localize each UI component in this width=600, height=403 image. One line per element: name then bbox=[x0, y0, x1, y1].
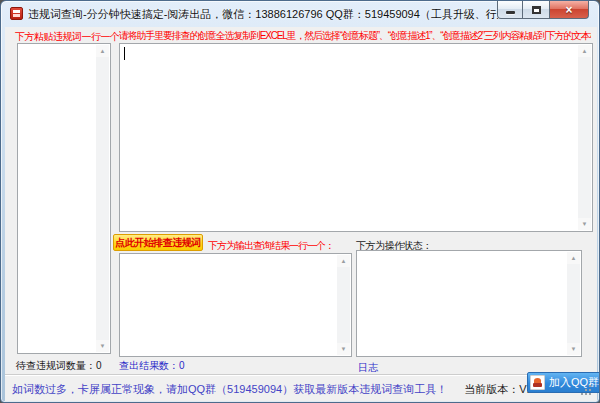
pending-count-value: 0 bbox=[96, 360, 102, 371]
scroll-down-icon[interactable]: ▼ bbox=[578, 218, 591, 230]
scroll-down-icon[interactable]: ▼ bbox=[567, 343, 580, 355]
maximize-icon bbox=[532, 6, 541, 14]
resize-grip[interactable] bbox=[589, 393, 591, 395]
join-qq-label: 加入QQ群 bbox=[549, 375, 599, 390]
log-scrollbar[interactable]: ▲ ▼ bbox=[567, 252, 580, 355]
log-label: 日志 bbox=[358, 361, 378, 375]
window-title: 违规词查询-分分钟快速搞定-阅涛出品，微信：13886126796 QQ群：51… bbox=[28, 7, 498, 22]
status-bar: 如词数过多，卡屏属正常现象，请加QQ群（519459094）获取最新版本违规词查… bbox=[5, 374, 597, 401]
scroll-up-icon[interactable]: ▲ bbox=[96, 45, 109, 57]
start-check-button[interactable]: 点此开始排查违规词 bbox=[113, 234, 203, 251]
output-results-text bbox=[122, 255, 336, 355]
scroll-up-icon[interactable]: ▲ bbox=[578, 45, 591, 57]
maximize-button[interactable] bbox=[523, 1, 549, 19]
violation-words-text bbox=[20, 45, 95, 352]
client-area: 下方粘贴违规词一行一个 请将助手里要排查的创意全选复制到EXCEL里，然后选择“… bbox=[5, 27, 597, 400]
scroll-up-icon[interactable]: ▲ bbox=[337, 255, 350, 267]
status-line: 如词数过多，卡屏属正常现象，请加QQ群（519459094）获取最新版本违规词查… bbox=[12, 382, 542, 397]
source-content-text bbox=[122, 45, 577, 230]
scroll-down-icon[interactable]: ▼ bbox=[337, 343, 350, 355]
output-results-box[interactable]: ▲ ▼ bbox=[119, 253, 352, 357]
app-icon bbox=[10, 7, 23, 20]
output-results-scrollbar[interactable]: ▲ ▼ bbox=[337, 255, 350, 355]
pending-count-label: 待查违规词数量： bbox=[16, 360, 96, 371]
minimize-icon bbox=[506, 11, 515, 14]
result-count: 查出结果数：0 bbox=[119, 359, 185, 373]
paste-words-label: 下方粘贴违规词一行一个 bbox=[15, 30, 120, 44]
app-window: 违规词查询-分分钟快速搞定-阅涛出品，微信：13886126796 QQ群：51… bbox=[0, 0, 600, 403]
scroll-down-icon[interactable]: ▼ bbox=[96, 340, 109, 352]
log-text bbox=[359, 252, 566, 355]
close-icon: × bbox=[565, 2, 572, 18]
log-box[interactable]: ▲ ▼ bbox=[356, 250, 582, 357]
join-qq-button[interactable]: 加入QQ群 bbox=[527, 372, 600, 393]
violation-words-input[interactable]: ▲ ▼ bbox=[17, 43, 111, 354]
title-bar[interactable]: 违规词查询-分分钟快速搞定-阅涛出品，微信：13886126796 QQ群：51… bbox=[1, 1, 599, 27]
pending-count: 待查违规词数量：0 bbox=[16, 359, 102, 373]
text-caret bbox=[124, 47, 125, 60]
output-results-label: 下方为输出查询结果一行一个： bbox=[208, 239, 334, 253]
source-content-scrollbar[interactable]: ▲ ▼ bbox=[578, 45, 591, 230]
start-check-label: 点此开始排查违规词 bbox=[115, 236, 201, 250]
qq-icon bbox=[530, 375, 545, 390]
status-notice: 如词数过多，卡屏属正常现象，请加QQ群（519459094）获取最新版本违规词查… bbox=[12, 383, 447, 395]
close-button[interactable]: × bbox=[549, 1, 589, 19]
scroll-up-icon[interactable]: ▲ bbox=[567, 252, 580, 264]
violation-words-scrollbar[interactable]: ▲ ▼ bbox=[96, 45, 109, 352]
source-content-input[interactable]: ▲ ▼ bbox=[119, 43, 593, 232]
instruction-label: 请将助手里要排查的创意全选复制到EXCEL里，然后选择“创意标题”、“创意描述1… bbox=[119, 29, 591, 43]
result-count-value: 0 bbox=[179, 360, 185, 371]
result-count-label: 查出结果数： bbox=[119, 360, 179, 371]
minimize-button[interactable] bbox=[497, 1, 523, 19]
